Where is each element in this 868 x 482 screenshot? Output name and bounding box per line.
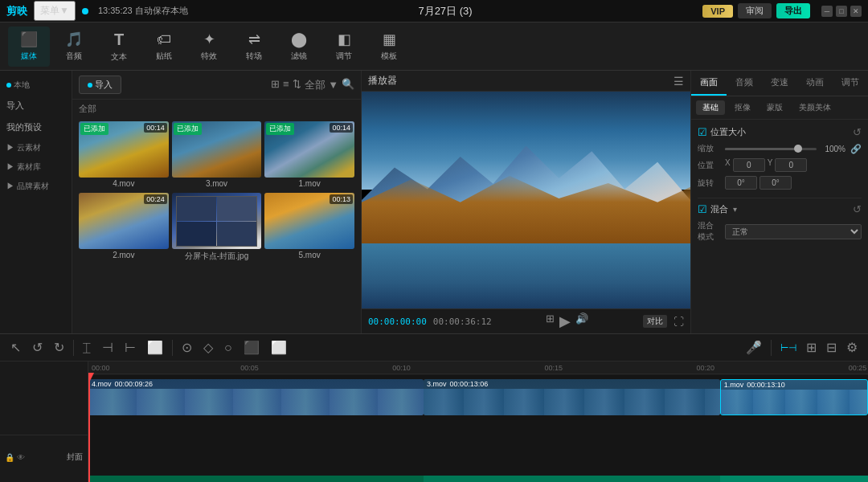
tool-filter[interactable]: ⬤ 滤镜 (278, 27, 320, 67)
list-item[interactable]: 分屏卡点-封面.jpg (172, 193, 262, 263)
timeline-settings[interactable]: ⚙ (844, 338, 860, 357)
sidebar-item-mypresets[interactable]: 我的预设 (0, 116, 72, 138)
clip-4mov[interactable]: 4.mov 00:00:09:26 (88, 379, 424, 415)
scale-label: 缩放 (698, 143, 720, 154)
microphone-tool[interactable]: 🎤 (743, 338, 764, 357)
tab-audio[interactable]: 音频 (727, 71, 762, 96)
redo-tool[interactable]: ↻ (51, 338, 67, 357)
reset-blend-icon[interactable]: ↺ (853, 203, 862, 215)
trim-right-tool[interactable]: ⊢ (122, 338, 138, 357)
zoom-track-left[interactable]: ⊢⊣ (778, 341, 799, 355)
media-all-label: 全部 (72, 100, 361, 118)
rotation-y-input[interactable] (760, 176, 792, 190)
preview-menu-icon[interactable]: ☰ (674, 75, 684, 88)
position-x-input[interactable] (733, 158, 765, 172)
subtab-basic[interactable]: 基础 (696, 100, 725, 115)
track-icons: 🔒 👁 (5, 453, 25, 462)
sidebar-item-cloud[interactable]: ▶ 云素材 (0, 138, 72, 157)
audio-toggle[interactable]: 🔊 (575, 312, 588, 330)
sidebar-item-brand[interactable]: ▶ 品牌素材 (0, 177, 72, 196)
search-icon[interactable]: 🔍 (342, 78, 354, 92)
rotation-row: 旋转 (698, 176, 862, 190)
zoom-out-icon[interactable]: ⊟ (824, 338, 839, 357)
play-button[interactable]: ▶ (559, 312, 571, 330)
fullscreen-icon[interactable]: ⛶ (674, 316, 684, 328)
rotation-x-input[interactable] (725, 176, 757, 190)
import-dot (88, 83, 92, 88)
template-icon: ▦ (383, 31, 396, 48)
position-row: 位置 X Y (698, 158, 862, 172)
track-label-main: 🔒 👁 封面 (0, 435, 88, 479)
sidebar-item-import[interactable]: 导入 (0, 95, 72, 116)
sort-icon[interactable]: ⇅ (293, 78, 301, 92)
list-view-icon[interactable]: ≡ (283, 78, 289, 92)
thumb-name: 4.mov (79, 178, 169, 190)
position-checkbox-icon[interactable]: ☑ (698, 126, 707, 138)
tool-adjust[interactable]: ◧ 调节 (323, 27, 365, 67)
trim-left-tool[interactable]: ⊣ (100, 338, 116, 357)
list-item[interactable]: 00:13 5.mov (264, 193, 354, 263)
clip-3mov[interactable]: 3.mov 00:00:13:06 (424, 379, 720, 415)
subtab-keying[interactable]: 抠像 (728, 100, 757, 115)
scale-thumb[interactable] (794, 145, 802, 153)
scale-slider[interactable] (725, 148, 817, 150)
delete-clip-tool[interactable]: ⬜ (145, 338, 166, 357)
track-eye-icon[interactable]: 👁 (17, 453, 25, 462)
select-tool[interactable]: ↖ (8, 338, 23, 357)
subtab-mask[interactable]: 蒙版 (760, 100, 789, 115)
sidebar-item-local[interactable]: 本地 (0, 76, 72, 95)
tool-audio[interactable]: 🎵 音频 (53, 27, 95, 67)
track-lock-icon[interactable]: 🔒 (5, 453, 14, 462)
clip-name: 1.mov (724, 381, 744, 389)
split-tool[interactable]: ⌶ (80, 339, 93, 357)
tool-media[interactable]: ⬛ 媒体 (8, 27, 50, 67)
import-button[interactable]: 导入 (79, 76, 121, 94)
list-item[interactable]: 已添加 00:14 4.mov (79, 121, 169, 190)
autosave-status: 13:35:23 自动保存本地 (98, 5, 188, 17)
maximize-button[interactable]: □ (836, 6, 847, 17)
tool-audio-label: 音频 (66, 51, 82, 62)
subtab-beauty[interactable]: 美颜美体 (792, 100, 837, 115)
tab-speed[interactable]: 变速 (762, 71, 797, 96)
zoom-in-icon[interactable]: ⊞ (804, 338, 819, 357)
tab-animation[interactable]: 动画 (797, 71, 833, 96)
minimize-button[interactable]: ─ (821, 6, 833, 17)
grid-view-toggle[interactable]: ⊞ (546, 312, 555, 330)
curve-tool[interactable]: ○ (222, 339, 235, 357)
clip-1mov[interactable]: 1.mov 00:00:13:10 (720, 379, 868, 415)
vip-button[interactable]: VIP (702, 5, 733, 18)
tool-effect[interactable]: ✦ 特效 (188, 27, 230, 67)
sidebar-item-library[interactable]: ▶ 素材库 (0, 157, 72, 177)
tool-template[interactable]: ▦ 模板 (368, 27, 410, 67)
caption-tool[interactable]: ⬜ (268, 338, 289, 357)
position-y-input[interactable] (775, 158, 807, 172)
tool-media-label: 媒体 (21, 51, 37, 62)
blend-mode-select[interactable]: 正常 叠加 滤色 正片叠底 (725, 224, 862, 239)
image-tool[interactable]: ⬛ (241, 338, 262, 357)
audio-record-tool[interactable]: ⊙ (179, 338, 194, 357)
keyframe-tool[interactable]: ◇ (201, 338, 215, 357)
sidebar-library-label: ▶ 素材库 (6, 161, 41, 173)
list-item[interactable]: 00:24 2.mov (79, 193, 169, 263)
scale-link-icon[interactable]: 🔗 (850, 144, 862, 154)
tool-sticker[interactable]: 🏷 贴纸 (143, 27, 185, 67)
tool-text[interactable]: T 文本 (98, 27, 140, 67)
menu-button[interactable]: 菜单▼ (34, 1, 76, 21)
list-item[interactable]: 已添加 3.mov (172, 121, 262, 190)
blend-expand-icon[interactable]: ▾ (733, 205, 737, 214)
reset-position-icon[interactable]: ↺ (853, 126, 862, 138)
playhead[interactable] (88, 374, 90, 482)
list-item[interactable]: 已添加 00:14 1.mov (264, 121, 354, 190)
tool-transition-label: 转场 (246, 51, 262, 62)
tool-transition[interactable]: ⇌ 转场 (233, 27, 275, 67)
tab-screen[interactable]: 画面 (691, 71, 727, 96)
close-button[interactable]: ✕ (850, 6, 862, 17)
blend-checkbox-icon[interactable]: ☑ (698, 203, 707, 215)
export-button[interactable]: 导出 (776, 3, 810, 18)
tab-adjust[interactable]: 调节 (833, 71, 868, 96)
all-label[interactable]: 全部 ▼ (305, 78, 338, 92)
compare-button[interactable]: 对比 (643, 315, 667, 328)
undo-tool[interactable]: ↺ (30, 338, 45, 357)
review-button[interactable]: 审阅 (738, 3, 772, 18)
grid-view-icon[interactable]: ⊞ (271, 78, 280, 92)
